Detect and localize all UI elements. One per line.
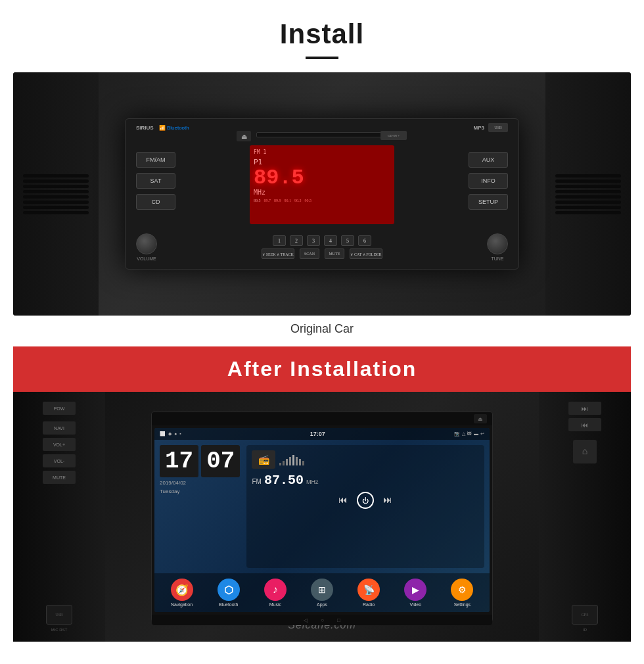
tune-label: TUNE [491, 256, 503, 261]
next-track-button[interactable]: ⏭ [383, 495, 392, 506]
vol-minus-button[interactable]: VOL- [43, 454, 76, 467]
btn-3[interactable]: 3 [307, 235, 320, 246]
clock-hour: 17 [160, 445, 198, 477]
number-buttons-group: 1 2 3 4 5 6 ∨ SEEK ∧ TRACK SCAN MUTE [262, 235, 382, 259]
android-head-unit: ⏏ ⬜ ◆ ● ▪ 17:07 [151, 412, 493, 622]
after-installation-banner: After Installation [13, 346, 631, 392]
recents-nav-icon[interactable]: □ [337, 617, 340, 623]
mute-android-label: MUTE [53, 475, 66, 480]
btn-5[interactable]: 5 [341, 235, 354, 246]
ir-label: IR [583, 628, 587, 632]
app-apps-label: Apps [317, 602, 327, 607]
fm-freq: 87.50 [264, 473, 304, 488]
status-icons-left: ⬜ ◆ ● ▪ [160, 431, 181, 437]
android-scene: POW NAVI VOL+ VOL- MUTE USB [13, 392, 631, 642]
sirius-label: SIRIUS [136, 125, 154, 131]
seek-track-button[interactable]: ∨ SEEK ∧ TRACK [262, 249, 294, 259]
volume-label: VOLUME [137, 256, 156, 261]
fm-mhz: MHz [306, 479, 319, 485]
scan-button[interactable]: SCAN [300, 249, 319, 259]
aux-button[interactable]: AUX [469, 152, 508, 168]
app-radio[interactable]: 📡 Radio [357, 579, 380, 607]
tune-knob[interactable] [487, 233, 508, 254]
setup-button[interactable]: SETUP [469, 194, 508, 210]
mute-android-button[interactable]: MUTE [43, 471, 76, 484]
volume-knob[interactable] [136, 233, 157, 254]
mute-button[interactable]: MUTE [325, 249, 344, 259]
bottom-controls: VOLUME 1 2 3 4 5 6 [136, 233, 508, 261]
left-buttons: FM/AM SAT CD [136, 152, 175, 210]
app-video[interactable]: ▶ Video [404, 579, 426, 607]
prev-track-button[interactable]: ⏮ [338, 495, 348, 506]
app-bluetooth[interactable]: ⬡ Bluetooth [218, 579, 240, 607]
pow-label: POW [54, 406, 65, 411]
frequency-presets: 89.5 89.7 89.9 90.1 90.3 90.5 [254, 199, 390, 202]
app-apps[interactable]: ⊞ Apps [311, 579, 333, 607]
fm-text: FM [252, 478, 261, 485]
navi-button[interactable]: NAVI [43, 421, 76, 435]
android-status-bar: ⬜ ◆ ● ▪ 17:07 📷 △ 🖼 ▬ ↩ [154, 428, 490, 440]
fm-frequency-display: FM 87.50 MHz [252, 473, 479, 488]
left-speaker-vent [13, 72, 99, 316]
clock-minute: 07 [201, 445, 240, 477]
play-pause-button[interactable]: ⏻ [357, 492, 374, 509]
status-time: 17:07 [310, 431, 325, 437]
app-navigation[interactable]: 🧭 Navigation [171, 579, 193, 607]
gps-label: GPS [581, 613, 588, 617]
cd-button[interactable]: CD [136, 194, 175, 210]
usb-port: USB [46, 605, 72, 625]
clock-day: Tuesday [160, 488, 240, 494]
app-music[interactable]: ♪ Music [264, 579, 287, 607]
usb-label: USB [55, 613, 63, 617]
fmam-button[interactable]: FM/AM [136, 152, 175, 168]
cat-folder-button[interactable]: ∨ CAT ∧ FOLDER [350, 249, 382, 259]
right-car-panel: ⏭ ⏮ ⌂ GPS IR [539, 392, 631, 642]
radio-icon-row: 📻 [252, 450, 479, 469]
home-nav-icon[interactable]: ○ [321, 617, 324, 623]
radio-box-icon: 📻 [252, 450, 275, 469]
cd-slot: CD-IN + [256, 132, 388, 137]
pow-button[interactable]: POW [43, 402, 76, 415]
frequency-display: 89.5 [254, 168, 390, 189]
signal-bars [279, 454, 304, 465]
original-car-scene: SIRIUS 📶 Bluetooth MP3 USB CD-IN + [13, 72, 631, 316]
after-installation-image: POW NAVI VOL+ VOL- MUTE USB [13, 392, 631, 642]
navi-label: NAVI [54, 426, 64, 431]
btn-1[interactable]: 1 [273, 235, 286, 246]
btn-6[interactable]: 6 [358, 235, 371, 246]
app-settings[interactable]: ⚙ Settings [451, 579, 473, 607]
left-car-panel: POW NAVI VOL+ VOL- MUTE USB [13, 392, 105, 642]
app-bt-label: Bluetooth [219, 602, 239, 607]
skip-back-button[interactable]: ⏮ [568, 418, 601, 431]
mhz-unit: MHz [254, 189, 390, 196]
mic-rst-label: MIC RST [51, 628, 68, 632]
android-display: ⬜ ◆ ● ▪ 17:07 📷 △ 🖼 ▬ ↩ [154, 428, 490, 612]
original-car-caption: Original Car [13, 322, 631, 336]
eject-button[interactable]: ⏏ [237, 131, 251, 141]
home-button-android[interactable]: ⌂ [573, 440, 597, 463]
volume-knob-area: VOLUME [136, 233, 157, 261]
skip-fwd-button[interactable]: ⏭ [568, 402, 601, 415]
vol-plus-label: VOL+ [53, 442, 65, 447]
back-nav-icon[interactable]: ◁ [304, 617, 308, 623]
page-title: Install [280, 18, 364, 50]
unit-top-bar: ⏏ [152, 412, 492, 425]
app-video-label: Video [409, 602, 421, 607]
digital-clock-display: 17 07 [160, 445, 240, 477]
vol-plus-button[interactable]: VOL+ [43, 438, 76, 451]
app-icons-row: 🧭 Navigation ⬡ Bluetooth ♪ Music [154, 573, 490, 612]
app-nav-label: Navigation [171, 602, 193, 607]
status-icons-right: 📷 △ 🖼 ▬ ↩ [454, 431, 484, 437]
main-content-area: 17 07 2019/04/02 Tuesday 📻 [154, 440, 490, 573]
info-button[interactable]: INFO [469, 173, 508, 189]
original-car-image: SIRIUS 📶 Bluetooth MP3 USB CD-IN + [13, 72, 631, 316]
eject-android-button[interactable]: ⏏ [474, 414, 487, 423]
btn-4[interactable]: 4 [324, 235, 337, 246]
right-buttons: AUX INFO SETUP [469, 152, 508, 210]
app-settings-label: Settings [454, 602, 471, 607]
page-wrapper: Install [0, 0, 644, 642]
after-installation-block: POW NAVI VOL+ VOL- MUTE USB [13, 392, 631, 642]
vol-minus-label: VOL- [54, 459, 64, 463]
btn-2[interactable]: 2 [290, 235, 303, 246]
sat-button[interactable]: SAT [136, 173, 175, 189]
